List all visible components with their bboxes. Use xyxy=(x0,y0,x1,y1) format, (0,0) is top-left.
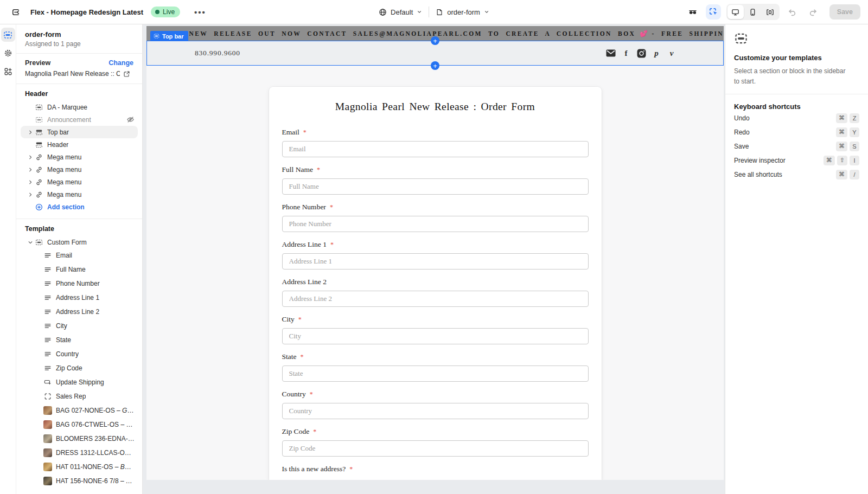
block-product-hat-011[interactable]: HAT 011-NONE-OS – Butterfly Appli... xyxy=(21,460,138,474)
phone-link[interactable]: 830.990.9600 xyxy=(195,49,240,57)
city-input[interactable] xyxy=(282,328,589,344)
theme-settings-button[interactable] xyxy=(1,46,15,60)
shortcut-preview-inspector: Preview inspector ⌘⇧I xyxy=(734,153,859,167)
external-link-icon[interactable] xyxy=(123,70,130,78)
required-asterisk: * xyxy=(313,428,316,436)
country-input[interactable] xyxy=(282,403,589,419)
product-thumbnail xyxy=(43,434,52,443)
product-thumbnail xyxy=(43,406,52,415)
key-badge: Z xyxy=(850,113,859,123)
add-section-above-button[interactable]: + xyxy=(431,36,439,45)
inspector-glasses-icon xyxy=(688,7,698,17)
block-email[interactable]: Email xyxy=(21,248,138,262)
block-product-hat-156[interactable]: HAT 156-NONE-6 7/8 – Artist Mari... xyxy=(21,474,138,488)
apps-icon xyxy=(4,67,12,76)
add-section-below-button[interactable]: + xyxy=(431,61,439,70)
block-country[interactable]: Country xyxy=(21,347,138,361)
block-product-dress-1312[interactable]: DRESS 1312-LLCAS-OS – Vianney ... xyxy=(21,446,138,460)
state-input[interactable] xyxy=(282,365,589,382)
theme-title: Flex - Homepage Redesign Latest xyxy=(30,8,143,16)
text-block-icon xyxy=(43,322,52,330)
block-update-shipping[interactable]: Update Shipping xyxy=(21,375,138,389)
select-preview-element-button[interactable] xyxy=(706,4,721,20)
change-preview-link[interactable]: Change xyxy=(108,59,133,67)
block-zip-code[interactable]: Zip Code xyxy=(21,361,138,375)
facebook-icon[interactable]: f xyxy=(621,48,631,58)
chevron-right-icon[interactable] xyxy=(26,192,35,197)
hidden-eye-icon[interactable] xyxy=(126,116,135,124)
preview-canvas: ♥ NEW RELEASE OUT NOW CONTACT SALES@MAGN… xyxy=(143,24,725,494)
page-selector[interactable]: order-form xyxy=(436,8,489,16)
block-sales-rep[interactable]: Sales Rep xyxy=(21,389,138,403)
template-group-heading: Template xyxy=(21,224,138,236)
block-city[interactable]: City xyxy=(21,319,138,333)
shortcut-redo: Redo ⌘Y xyxy=(734,125,859,139)
top-bar-section-selected[interactable]: Top bar + 830.990.9600 f p v + xyxy=(146,41,724,66)
redo-icon xyxy=(808,8,818,17)
redo-button[interactable] xyxy=(806,4,821,20)
sidebar-item-announcement[interactable]: Announcement xyxy=(21,113,138,126)
field-zip-code: Zip Code* xyxy=(282,427,589,457)
block-phone-number[interactable]: Phone Number xyxy=(21,277,138,291)
selection-cursor-icon xyxy=(709,7,718,17)
template-group: Template Custom Form Email Full Name Pho… xyxy=(16,219,142,493)
sidebar-item-da-marquee[interactable]: DA - Marquee xyxy=(21,101,138,113)
fullwidth-view-button[interactable] xyxy=(762,5,778,19)
sidebar-item-mega-menu-2[interactable]: Mega menu xyxy=(21,163,138,176)
block-full-name[interactable]: Full Name xyxy=(21,262,138,277)
address-line-1-input[interactable] xyxy=(282,253,589,270)
save-button[interactable]: Save xyxy=(829,4,860,20)
chevron-right-icon[interactable] xyxy=(26,155,35,160)
section-icon xyxy=(35,116,43,124)
field-address-line-1: Address Line 1* xyxy=(282,240,589,270)
exit-editor-button[interactable] xyxy=(8,4,23,20)
block-product-bloomers-236[interactable]: BLOOMERS 236-EDNA-OS – Love ... xyxy=(21,432,138,446)
section-frame-icon xyxy=(35,129,43,136)
sidebar-item-top-bar[interactable]: Top bar xyxy=(21,126,138,138)
phone-number-input[interactable] xyxy=(282,216,589,232)
section-badge[interactable]: Top bar xyxy=(150,31,188,41)
gear-icon xyxy=(4,49,12,57)
fullwidth-icon xyxy=(766,8,774,16)
more-actions-button[interactable]: ••• xyxy=(194,8,206,17)
vimeo-icon[interactable]: v xyxy=(667,48,676,58)
heart-emoji: 💕 xyxy=(635,30,652,37)
full-name-input[interactable] xyxy=(282,178,589,195)
divider xyxy=(429,7,429,17)
preview-inspector-button[interactable] xyxy=(685,4,700,20)
chevron-right-icon[interactable] xyxy=(26,179,35,185)
sidebar-item-mega-menu-4[interactable]: Mega menu xyxy=(21,188,138,201)
key-badge: S xyxy=(850,142,859,151)
plus-circle-icon xyxy=(35,203,43,211)
sidebar-item-header[interactable]: Header xyxy=(21,138,138,151)
block-product-bag-027[interactable]: BAG 027-NONE-OS – Goosey Arm... xyxy=(21,403,138,418)
locale-selector[interactable]: Default xyxy=(379,8,422,16)
chevron-down-icon[interactable] xyxy=(26,240,35,245)
preview-label: Preview xyxy=(25,59,50,67)
product-thumbnail xyxy=(43,463,52,471)
sidebar-item-mega-menu-1[interactable]: Mega menu xyxy=(21,151,138,163)
sections-panel-button[interactable] xyxy=(1,28,15,42)
undo-button[interactable] xyxy=(785,4,800,20)
link-icon xyxy=(35,178,43,186)
instagram-icon[interactable] xyxy=(636,48,646,58)
chevron-right-icon[interactable] xyxy=(26,130,35,135)
block-address-line-1[interactable]: Address Line 1 xyxy=(21,291,138,305)
pinterest-icon[interactable]: p xyxy=(652,48,661,58)
block-address-line-2[interactable]: Address Line 2 xyxy=(21,305,138,319)
app-embeds-button[interactable] xyxy=(1,65,15,79)
email-input[interactable] xyxy=(282,141,589,157)
mobile-view-button[interactable] xyxy=(745,5,761,19)
add-section-button[interactable]: Add section xyxy=(21,201,138,213)
zip-code-input[interactable] xyxy=(282,440,589,457)
sidebar-item-custom-form[interactable]: Custom Form xyxy=(21,236,138,248)
desktop-view-button[interactable] xyxy=(727,5,744,19)
block-state[interactable]: State xyxy=(21,333,138,347)
sidebar-item-mega-menu-3[interactable]: Mega menu xyxy=(21,176,138,188)
sections-icon xyxy=(3,30,12,40)
chevron-right-icon[interactable] xyxy=(26,167,35,172)
email-icon[interactable] xyxy=(606,48,616,58)
text-block-icon xyxy=(43,364,52,372)
block-product-bag-076[interactable]: BAG 076-CTWEL-OS – Prairie Clov... xyxy=(21,418,138,432)
address-line-2-input[interactable] xyxy=(282,291,589,307)
